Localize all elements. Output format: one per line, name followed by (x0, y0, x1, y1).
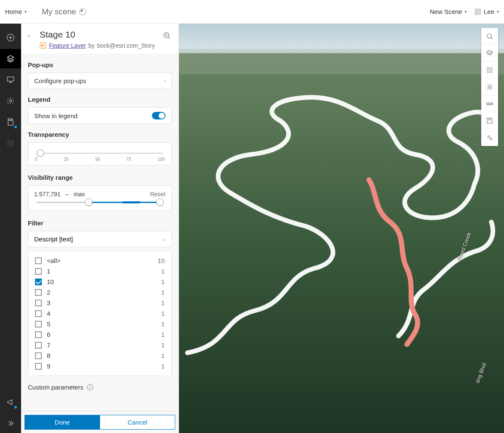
map-layers-button[interactable] (481, 45, 498, 62)
transparency-ticks: 0 25 50 75 100 (35, 157, 165, 162)
filter-row[interactable]: 11 (28, 266, 171, 276)
filter-item-count: 1 (161, 278, 165, 285)
filter-row[interactable]: 81 (28, 350, 171, 361)
filter-row[interactable]: 61 (28, 329, 171, 340)
filter-row[interactable]: 31 (28, 298, 171, 308)
visibility-max-handle[interactable] (156, 198, 164, 206)
filter-checkbox[interactable] (35, 342, 42, 349)
filter-checkbox[interactable] (35, 310, 42, 317)
tick-label: 0 (35, 157, 38, 162)
filter-checkbox[interactable] (35, 257, 42, 264)
filter-item-label: 8 (47, 352, 50, 359)
nav-collapse[interactable] (0, 414, 21, 433)
visibility-min-handle[interactable] (85, 198, 92, 206)
chevron-down-icon: ▾ (497, 9, 499, 14)
transparency-handle[interactable] (37, 149, 44, 157)
panel-scroll[interactable]: Pop-ups Configure pop-ups › Legend Show … (21, 54, 179, 411)
filter-item-label: 4 (47, 310, 50, 317)
filter-item-label: 10 (47, 278, 54, 285)
back-button[interactable]: ‹ (28, 30, 36, 39)
top-bar: Home ▾ My scene New Scene ▾ Lee ▾ (0, 0, 504, 24)
home-menu[interactable]: Home ▾ (5, 8, 27, 15)
filter-checkbox[interactable] (35, 279, 42, 285)
map-daylight-button[interactable] (481, 78, 498, 95)
filter-section-label: Filter (28, 219, 172, 227)
show-in-legend-row: Show in legend (28, 107, 172, 124)
new-scene-menu[interactable]: New Scene ▾ (430, 8, 467, 15)
visibility-reset-button[interactable]: Reset (150, 191, 165, 198)
cancel-button[interactable]: Cancel (100, 415, 175, 430)
svg-point-2 (10, 100, 12, 102)
tick-label: 75 (126, 157, 131, 162)
new-scene-label: New Scene (430, 8, 462, 15)
filter-checkbox[interactable] (35, 352, 42, 359)
map-basemap-button[interactable] (481, 62, 498, 78)
gear-icon (6, 97, 15, 105)
show-in-legend-label: Show in legend (34, 112, 78, 119)
nav-add[interactable] (0, 28, 21, 47)
map-settings-button[interactable] (481, 129, 498, 146)
filter-checkbox[interactable] (35, 321, 42, 327)
megaphone-icon (6, 398, 15, 406)
transparency-slider[interactable] (37, 153, 163, 154)
panel-footer: Done Cancel (21, 411, 179, 433)
filter-item-count: 1 (161, 320, 165, 327)
filter-row[interactable]: 41 (28, 308, 171, 319)
globe-icon (79, 8, 86, 15)
svg-rect-13 (487, 68, 489, 70)
svg-rect-5 (11, 140, 14, 142)
filter-row[interactable]: <all>10 (28, 255, 171, 266)
filter-item-count: 10 (157, 257, 165, 264)
filter-item-count: 1 (161, 331, 165, 338)
nav-present[interactable] (0, 70, 21, 89)
filter-checkbox[interactable] (35, 363, 42, 370)
svg-rect-4 (8, 140, 10, 142)
zoom-extent-icon (163, 31, 171, 40)
nav-grid[interactable] (0, 133, 21, 153)
configure-popups-label: Configure pop-ups (34, 77, 86, 84)
visibility-section-label: Visibility range (28, 174, 172, 181)
filter-checkbox[interactable] (35, 331, 42, 338)
feature-layer-link[interactable]: Feature Layer (49, 42, 86, 49)
filter-field-select[interactable]: Descript [text] ⌄ (28, 231, 172, 247)
filter-row[interactable]: 71 (28, 340, 171, 350)
filter-item-label: <all> (47, 257, 61, 264)
map-share-button[interactable] (481, 112, 498, 129)
filter-row[interactable]: 51 (28, 319, 171, 329)
map-measure-button[interactable] (481, 95, 498, 112)
visibility-range-box: 1:577,791 – max Reset (28, 185, 172, 211)
notification-dot-icon (14, 406, 17, 409)
svg-point-21 (490, 138, 492, 140)
filter-checkbox[interactable] (35, 300, 42, 306)
svg-point-17 (488, 86, 491, 88)
custom-parameters-label: Custom parameters (28, 384, 84, 391)
custom-parameters-row[interactable]: Custom parameters i (28, 384, 172, 391)
filter-row[interactable]: 91 (28, 361, 171, 371)
visibility-slider[interactable] (37, 202, 163, 203)
filter-checkbox[interactable] (35, 268, 42, 275)
nav-settings[interactable] (0, 91, 21, 111)
filter-row[interactable]: 21 (28, 287, 171, 298)
configure-popups-button[interactable]: Configure pop-ups › (28, 73, 172, 89)
filter-item-label: 9 (47, 363, 50, 370)
nav-save[interactable] (0, 112, 21, 132)
filter-item-count: 1 (161, 310, 165, 317)
filter-item-label: 5 (47, 320, 50, 327)
zoom-to-layer-button[interactable] (163, 30, 172, 41)
scene-viewport[interactable]: Reed Creek ting Blvd (179, 24, 504, 433)
filter-checkbox[interactable] (35, 289, 42, 296)
done-button[interactable]: Done (24, 415, 100, 430)
left-nav-rail (0, 24, 21, 433)
terrain-render (179, 24, 504, 433)
map-search-button[interactable] (481, 28, 498, 45)
byline-author: bock@esri.com_Story (97, 42, 155, 49)
nav-feedback[interactable] (0, 392, 21, 412)
show-in-legend-toggle[interactable] (152, 112, 165, 119)
filter-row[interactable]: 101 (28, 276, 171, 287)
tick-label: 25 (64, 157, 68, 162)
search-icon (486, 32, 493, 40)
nav-layers[interactable] (0, 49, 21, 68)
chevron-right-icon: › (164, 78, 165, 83)
user-menu[interactable]: Lee ▾ (474, 8, 499, 15)
svg-rect-14 (490, 68, 493, 70)
